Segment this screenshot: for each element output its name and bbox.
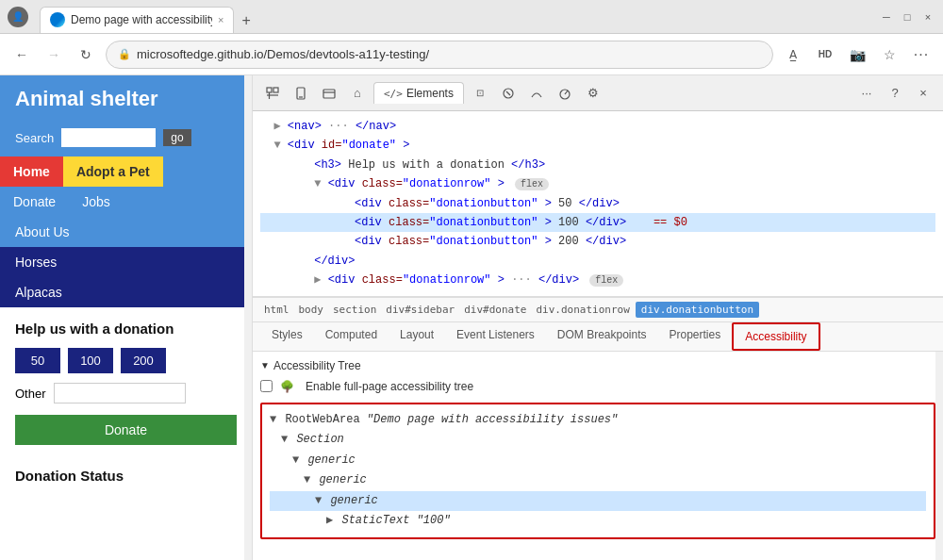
svg-rect-1 <box>273 88 278 92</box>
tab-layout[interactable]: Layout <box>389 322 445 351</box>
bc-body[interactable]: body <box>295 302 328 318</box>
tab-properties[interactable]: Properties <box>658 322 733 351</box>
donate-50-btn[interactable]: 50 <box>15 348 60 373</box>
settings-btn[interactable]: ⚙ <box>581 81 605 106</box>
html-line-div-donate[interactable]: ▼ <div id="donate" > <box>260 136 935 155</box>
address-bar[interactable]: 🔒 microsoftedge.github.io/Demos/devtools… <box>106 41 773 69</box>
back-btn[interactable]: ← <box>9 42 34 67</box>
nav-row-2: Donate Jobs <box>0 187 252 217</box>
favorites-btn[interactable]: ☆ <box>877 42 902 67</box>
html-line-close-div[interactable]: </div> <box>260 252 935 271</box>
forward-btn[interactable]: → <box>41 42 66 67</box>
new-tab-btn[interactable]: + <box>234 8 257 33</box>
search-input[interactable] <box>61 128 156 147</box>
hd-btn[interactable]: HD <box>813 42 837 67</box>
tree-arrow-icon: ▼ <box>260 360 270 371</box>
donate-button[interactable]: Donate <box>15 415 237 445</box>
tree-generic-3[interactable]: ▼ generic <box>270 491 926 512</box>
nav-horses-btn[interactable]: Horses <box>0 247 252 277</box>
html-line-nav[interactable]: ▶ <nav> ··· </nav> <box>260 117 935 136</box>
device-btn[interactable] <box>289 81 313 106</box>
svg-line-9 <box>506 91 510 95</box>
bc-div-donationrow[interactable]: div.donationrow <box>532 302 633 318</box>
html-line-btn200[interactable]: <div class="donationbutton" > 200 </div> <box>260 232 935 251</box>
search-label: Search <box>15 131 54 145</box>
home-btn[interactable]: ⌂ <box>345 81 370 106</box>
html-line-btn50[interactable]: <div class="donationbutton" > 50 </div> <box>260 194 935 213</box>
devtools-close-btn[interactable]: × <box>911 81 935 106</box>
tree-static-text[interactable]: ▶ StaticText "100" <box>270 511 926 532</box>
lock-icon: 🔒 <box>118 48 131 60</box>
enable-tree-label: Enable full-page accessibility tree <box>306 380 473 393</box>
donate-200-btn[interactable]: 200 <box>121 348 166 373</box>
website-panel: Animal shelter Search go Home Adopt a Pe… <box>0 75 253 560</box>
tab-styles[interactable]: Styles <box>260 322 314 351</box>
bc-div-sidebar[interactable]: div#sidebar <box>382 302 458 318</box>
nav-jobs-btn[interactable]: Jobs <box>69 187 124 217</box>
title-bar: 👤 Demo page with accessibility issu × + … <box>0 0 943 34</box>
tab-close-btn[interactable]: × <box>218 14 223 25</box>
html-line-donationrow[interactable]: ▼ <div class="donationrow" > flex <box>260 174 935 193</box>
svg-rect-0 <box>267 88 272 92</box>
read-aloud-btn[interactable]: A̲ <box>781 42 805 67</box>
devtools-help-btn[interactable]: ? <box>883 81 907 106</box>
nav-menu: Home Adopt a Pet Donate Jobs About Us <box>0 156 252 247</box>
tab-computed[interactable]: Computed <box>314 322 389 351</box>
other-input[interactable] <box>54 383 186 404</box>
more-btn[interactable]: ··· <box>909 42 934 67</box>
performance-btn[interactable] <box>553 81 577 106</box>
elements-tab-label: Elements <box>406 87 454 100</box>
screenshot-btn[interactable]: 📷 <box>845 42 869 67</box>
inspect-btn[interactable] <box>260 81 285 106</box>
html-line-donationrow2[interactable]: ▶ <div class="donationrow" > ··· </div> … <box>260 271 935 289</box>
minimize-btn[interactable]: ─ <box>879 9 894 25</box>
nav-adopt-btn[interactable]: Adopt a Pet <box>63 156 163 187</box>
donation-status-label: Donation Status <box>0 458 252 487</box>
a11y-tree-label: ▼ Accessibility Tree <box>260 359 935 372</box>
scrollbar[interactable] <box>244 75 252 560</box>
tab-dom-breakpoints[interactable]: DOM Breakpoints <box>546 322 658 351</box>
nav-home-btn[interactable]: Home <box>0 156 63 187</box>
tab-accessibility[interactable]: Accessibility <box>732 322 819 351</box>
svg-line-11 <box>565 91 568 94</box>
bc-section[interactable]: section <box>329 302 380 318</box>
other-row: Other <box>15 383 237 404</box>
nav-donate-btn[interactable]: Donate <box>0 187 69 217</box>
nav-alpacas-btn[interactable]: Alpacas <box>0 277 252 307</box>
a11y-tree-title: Accessibility Tree <box>273 359 361 372</box>
tree-collapse-icon: ▼ <box>281 433 288 446</box>
layout-btn[interactable] <box>317 81 341 106</box>
bc-html[interactable]: html <box>260 302 293 318</box>
browser-tab[interactable]: Demo page with accessibility issu × <box>40 7 234 33</box>
devtools-more-btn[interactable]: ··· <box>854 81 879 106</box>
tree-generic-1[interactable]: ▼ generic <box>270 451 926 471</box>
bc-div-donate[interactable]: div#donate <box>460 302 530 318</box>
search-button[interactable]: go <box>163 129 190 146</box>
accessibility-scrollbar[interactable] <box>935 352 943 560</box>
refresh-btn[interactable]: ↻ <box>74 42 98 67</box>
sources-btn[interactable] <box>496 81 521 106</box>
html-line-h3[interactable]: <h3> Help us with a donation </h3> <box>260 156 935 174</box>
nav-bar: ← → ↻ 🔒 microsoftedge.github.io/Demos/de… <box>0 34 943 75</box>
breadcrumb: html body section div#sidebar div#donate… <box>253 297 943 322</box>
html-line-btn100[interactable]: <div class="donationbutton" > 100 </div>… <box>260 213 935 232</box>
tree-section[interactable]: ▼ Section <box>270 430 926 451</box>
enable-tree-checkbox[interactable] <box>260 380 273 392</box>
console-btn[interactable]: ⊡ <box>468 81 492 106</box>
elements-tab-btn[interactable]: </> Elements <box>373 82 464 104</box>
network-btn[interactable] <box>524 81 549 106</box>
donation-buttons: 50 100 200 <box>15 348 237 373</box>
nav-aboutus-btn[interactable]: About Us <box>0 217 252 247</box>
search-row: Search go <box>0 123 252 156</box>
tree-generic-1-label: generic <box>307 453 355 467</box>
bc-div-donationbutton[interactable]: div.donationbutton <box>636 302 759 318</box>
donate-100-btn[interactable]: 100 <box>68 348 113 373</box>
close-btn[interactable]: × <box>920 9 935 25</box>
tree-root-web-area[interactable]: ▼ RootWebArea "Demo page with accessibil… <box>270 410 926 431</box>
site-title: Animal shelter <box>15 87 158 110</box>
tree-collapse-icon: ▼ <box>304 473 310 486</box>
tab-event-listeners[interactable]: Event Listeners <box>445 322 546 351</box>
restore-btn[interactable]: □ <box>900 9 915 25</box>
tree-generic-2[interactable]: ▼ generic <box>270 470 926 491</box>
tree-generic-2-label: generic <box>319 473 366 486</box>
